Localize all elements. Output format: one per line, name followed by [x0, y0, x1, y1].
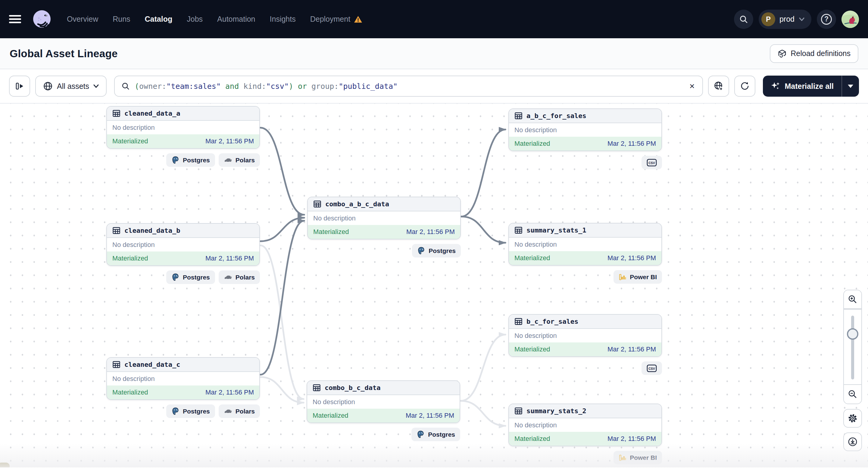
open-panel-button[interactable] [9, 75, 30, 97]
asset-node-summary_stats_2: summary_stats_2No descriptionMaterialize… [508, 404, 662, 464]
edge-cleaned_data_c-to-combo_a_b_c_data [260, 221, 304, 375]
zoom-out-button[interactable] [844, 385, 861, 404]
tag-polars[interactable]: Polars [219, 271, 260, 284]
edge-combo_a_b_c_data-to-summary_stats_1 [461, 217, 505, 243]
asset-name: combo_b_c_data [325, 384, 380, 392]
asset-header: b_c_for_sales [509, 315, 661, 329]
nav-item-insights[interactable]: Insights [270, 15, 296, 24]
asset-status-bar: MaterializedMar 2, 11:56 PM [509, 342, 661, 356]
asset-tags: CSV [508, 362, 662, 375]
asset-header: cleaned_data_a [107, 106, 259, 121]
zoom-in-button[interactable] [844, 290, 861, 309]
lineage-canvas[interactable]: cleaned_data_aNo descriptionMaterialized… [0, 103, 868, 467]
asset-status: Materialized [313, 228, 349, 236]
tag-postgres[interactable]: Postgres [166, 404, 215, 418]
materialize-options-button[interactable] [841, 75, 859, 97]
nav-item-automation[interactable]: Automation [217, 15, 255, 24]
asset-card[interactable]: b_c_for_salesNo descriptionMaterializedM… [508, 314, 662, 357]
tag-polars[interactable]: Polars [219, 153, 260, 167]
edge-cleaned_data_c-to-combo_b_c_data [260, 377, 304, 403]
asset-status-bar: MaterializedMar 2, 11:56 PM [509, 432, 661, 446]
deployment-switcher[interactable]: P prod [759, 10, 811, 29]
table-icon [515, 407, 523, 415]
zoom-slider-thumb[interactable] [847, 328, 858, 340]
dagster-logo-icon[interactable] [31, 9, 53, 30]
zoom-out-icon [848, 389, 858, 399]
asset-timestamp: Mar 2, 11:56 PM [608, 345, 656, 353]
tag-postgres[interactable]: Postgres [411, 428, 460, 441]
asset-timestamp: Mar 2, 11:56 PM [206, 254, 254, 262]
search-icon [121, 82, 130, 90]
tag-csv[interactable]: CSV [642, 362, 662, 375]
asset-tags: PostgresPolars [106, 404, 260, 418]
asset-scope-dropdown[interactable]: All assets [35, 75, 106, 97]
global-graph-button[interactable] [708, 75, 729, 97]
asset-card[interactable]: cleaned_data_bNo descriptionMaterialized… [106, 223, 260, 266]
tag-postgres[interactable]: Postgres [412, 244, 461, 257]
tag-postgres[interactable]: Postgres [166, 153, 215, 167]
refresh-button[interactable] [734, 75, 755, 97]
reload-cube-icon [778, 49, 787, 58]
clear-filter-button[interactable]: × [688, 82, 696, 91]
asset-card[interactable]: a_b_c_for_salesNo descriptionMaterialize… [508, 108, 662, 151]
svg-text:CSV: CSV [648, 161, 655, 164]
table-icon [515, 226, 523, 234]
help-button[interactable]: ? [817, 10, 836, 29]
search-button[interactable] [734, 10, 753, 29]
asset-status: Materialized [515, 140, 550, 148]
asset-name: cleaned_data_c [124, 361, 180, 368]
asset-card[interactable]: summary_stats_1No descriptionMaterialize… [508, 223, 662, 266]
tag-postgres[interactable]: Postgres [166, 271, 215, 284]
asset-timestamp: Mar 2, 11:56 PM [206, 388, 254, 396]
asset-card[interactable]: combo_b_c_dataNo descriptionMaterialized… [307, 380, 460, 423]
asset-card[interactable]: summary_stats_2No descriptionMaterialize… [508, 404, 662, 446]
asset-node-cleaned_data_b: cleaned_data_bNo descriptionMaterialized… [106, 223, 260, 284]
asset-header: combo_b_c_data [307, 381, 460, 395]
asset-status-bar: MaterializedMar 2, 11:56 PM [509, 137, 661, 151]
user-avatar[interactable] [841, 10, 859, 28]
asset-node-b_c_for_sales: b_c_for_salesNo descriptionMaterializedM… [508, 314, 662, 375]
nav-item-overview[interactable]: Overview [67, 15, 98, 24]
postgres-icon [417, 247, 425, 255]
asset-card[interactable]: combo_a_b_c_dataNo descriptionMaterializ… [307, 197, 461, 240]
materialize-all-split-button: Materialize all [763, 75, 859, 97]
asset-filter-input[interactable]: (owner:"team:sales" and kind:"csv") or g… [114, 75, 703, 97]
globe-icon [43, 81, 53, 91]
asset-tags: PostgresPolars [106, 271, 260, 284]
edge-cleaned_data_b-to-combo_b_c_data [260, 245, 304, 399]
asset-node-combo_b_c_data: combo_b_c_dataNo descriptionMaterialized… [307, 380, 460, 441]
asset-node-cleaned_data_a: cleaned_data_aNo descriptionMaterialized… [106, 106, 260, 167]
tag-polars[interactable]: Polars [219, 404, 260, 418]
globe-plus-icon [713, 81, 724, 91]
nav-item-deployment[interactable]: Deployment [310, 15, 362, 24]
asset-header: a_b_c_for_sales [509, 109, 661, 123]
polars-icon [224, 274, 232, 281]
csv-icon: CSV [647, 159, 657, 166]
tag-csv[interactable]: CSV [642, 156, 662, 169]
asset-tags: Power BI [508, 451, 662, 464]
nav-item-catalog[interactable]: Catalog [145, 15, 173, 24]
graph-settings-button[interactable] [843, 409, 862, 428]
zoom-slider[interactable] [844, 309, 861, 385]
asset-status: Materialized [112, 254, 148, 262]
asset-description: No description [307, 395, 460, 409]
nav-item-jobs[interactable]: Jobs [187, 15, 203, 24]
tag-powerbi[interactable]: Power BI [614, 451, 662, 464]
asset-card[interactable]: cleaned_data_cNo descriptionMaterialized… [106, 357, 260, 400]
asset-name: b_c_for_sales [526, 318, 578, 325]
edge-combo_a_b_c_data-to-a_b_c_for_sales [461, 129, 505, 217]
asset-name: cleaned_data_a [124, 110, 180, 117]
nav-item-runs[interactable]: Runs [113, 15, 130, 24]
asset-name: a_b_c_for_sales [526, 112, 586, 120]
materialize-all-button[interactable]: Materialize all [763, 75, 841, 97]
menu-icon[interactable] [9, 15, 21, 23]
reload-definitions-button[interactable]: Reload definitions [770, 44, 858, 63]
polars-icon [224, 157, 232, 163]
download-graph-button[interactable] [843, 433, 862, 451]
asset-card[interactable]: cleaned_data_aNo descriptionMaterialized… [106, 106, 260, 149]
asset-tags: Power BI [508, 270, 662, 284]
asset-status: Materialized [515, 254, 550, 262]
zoom-slider-track[interactable] [851, 316, 854, 379]
tag-powerbi[interactable]: Power BI [614, 270, 662, 284]
edge-combo_b_c_data-to-b_c_for_sales [461, 335, 505, 401]
